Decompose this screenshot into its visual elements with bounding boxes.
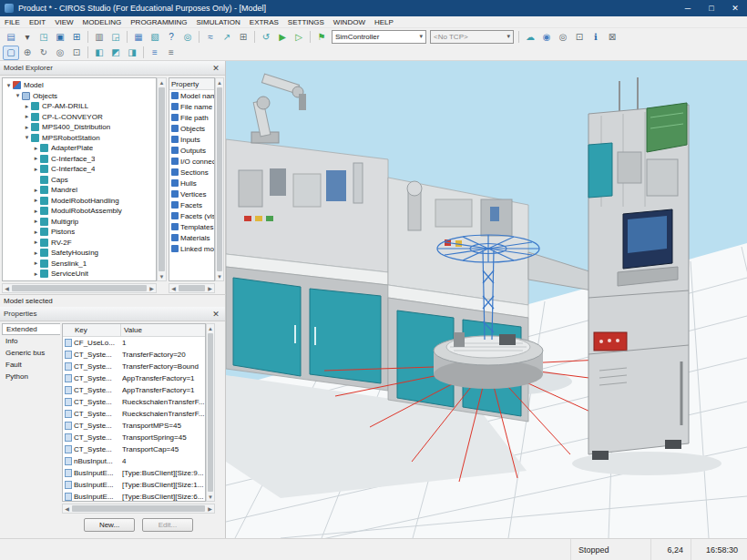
copy-view-icon[interactable]: ◲ — [107, 29, 124, 44]
camera-lock-icon[interactable]: ⊡ — [571, 29, 588, 44]
save-icon[interactable]: ▣ — [52, 29, 68, 44]
chevron-collapsed-icon[interactable]: ▸ — [32, 145, 40, 152]
view-front-icon[interactable]: ◧ — [91, 46, 107, 60]
mps-station-left[interactable] — [226, 139, 388, 391]
scroll-up-icon[interactable]: ▲ — [216, 78, 224, 87]
start-all-icon[interactable]: ⚑ — [313, 29, 330, 44]
chevron-collapsed-icon[interactable]: ▸ — [32, 155, 40, 162]
print-icon[interactable]: ▥ — [91, 29, 107, 44]
table-row[interactable]: CT_Syste...TransportCap=45 — [63, 443, 205, 455]
chevron-collapsed-icon[interactable]: ▸ — [32, 197, 40, 204]
scroll-up-icon[interactable]: ▲ — [158, 78, 166, 87]
assembly-tower[interactable] — [588, 77, 689, 460]
scroll-right-icon[interactable]: ▶ — [206, 504, 214, 513]
new-model-icon[interactable]: ▤ — [3, 29, 19, 44]
property-item-objects[interactable]: Objects — [169, 123, 214, 134]
property-item-templates[interactable]: Templates — [169, 221, 214, 232]
save-all-icon[interactable]: ⊞ — [68, 29, 85, 44]
scroll-left-icon[interactable]: ◀ — [169, 284, 178, 292]
tree-item-c-interface-3[interactable]: ▸C-Interface_3 — [3, 154, 156, 165]
chevron-collapsed-icon[interactable]: ▸ — [32, 239, 40, 246]
close-icon[interactable]: ✕ — [210, 309, 221, 320]
table-vertical-scrollbar[interactable]: ▲ ▼ — [206, 323, 215, 502]
chevron-collapsed-icon[interactable]: ▸ — [32, 229, 40, 236]
scroll-left-icon[interactable]: ◀ — [63, 504, 71, 513]
tree-item-cp-l-conveyor[interactable]: ▸CP-L-CONVEYOR — [3, 112, 156, 123]
property-item-inputs[interactable]: Inputs — [169, 134, 214, 145]
tree-item-mpsrobotstation[interactable]: ▾MPSRobotStation — [3, 133, 156, 144]
column-header-value[interactable]: Value — [121, 324, 205, 336]
table-row[interactable]: CT_Syste...AppTransferFactory=1 — [63, 372, 205, 384]
minimize-button[interactable]: ─ — [676, 0, 700, 16]
view-top-icon[interactable]: ◩ — [107, 46, 124, 60]
scroll-down-icon[interactable]: ▼ — [207, 493, 215, 501]
chevron-expanded-icon[interactable]: ▾ — [23, 134, 31, 141]
table-row[interactable]: CT_Syste...TransportSpring=45 — [63, 432, 205, 443]
tree-item-caps[interactable]: Caps — [3, 175, 156, 186]
menu-item-modeling[interactable]: MODELING — [78, 16, 127, 27]
tab-fault[interactable]: Fault — [2, 359, 60, 371]
menu-item-settings[interactable]: SETTINGS — [283, 16, 329, 27]
tree-vertical-scrollbar[interactable]: ▲ ▼ — [157, 77, 167, 281]
scroll-thumb[interactable] — [217, 87, 222, 271]
property-item-facets[interactable]: Facets — [169, 199, 214, 210]
table-row[interactable]: nBusInput...4 — [63, 455, 205, 467]
edit-button[interactable]: Edit... — [142, 518, 193, 532]
table-row[interactable]: BusInputE...[Type:BusClient][Size:1... — [63, 479, 205, 491]
maximize-button[interactable]: □ — [700, 0, 723, 16]
tree-item-rv-2f[interactable]: ▸RV-2F — [3, 238, 156, 249]
tree-item-objects[interactable]: ▾Objects — [3, 91, 156, 102]
menu-item-simulation[interactable]: SIMULATION — [192, 16, 245, 27]
property-item-sections[interactable]: Sections — [169, 167, 214, 178]
reset-simulation-icon[interactable]: ↺ — [258, 29, 274, 44]
chevron-expanded-icon[interactable]: ▾ — [5, 82, 13, 89]
tree-item-adapterplate[interactable]: ▸AdapterPlate — [3, 143, 156, 154]
chevron-collapsed-icon[interactable]: ▸ — [32, 208, 40, 215]
scroll-thumb[interactable] — [12, 285, 147, 291]
mobile-robot[interactable] — [434, 332, 543, 389]
property-item-vertices[interactable]: Vertices — [169, 188, 214, 199]
help-icon[interactable]: ? — [163, 29, 179, 44]
scroll-thumb[interactable] — [208, 333, 213, 492]
measure-icon[interactable]: ◉ — [538, 29, 555, 44]
fit-view-icon[interactable]: ⊡ — [68, 46, 85, 60]
table-row[interactable]: CT_Syste...RueckschalenTransferF... — [63, 408, 205, 420]
menu-item-help[interactable]: HELP — [370, 16, 398, 27]
table-row[interactable]: BusInputE...[Type:BusClient][Size:6... — [63, 491, 205, 502]
tree-item-c-interface-4[interactable]: ▸C-Interface_4 — [3, 164, 156, 175]
tcp-select[interactable]: <No TCP>▾ — [430, 30, 514, 44]
toggle-properties-icon[interactable]: ≡ — [163, 46, 179, 60]
property-vertical-scrollbar[interactable]: ▲ ▼ — [215, 77, 224, 281]
tree-item-safetyhousing[interactable]: ▸SafetyHousing — [3, 248, 156, 259]
open-model-icon[interactable]: ◳ — [36, 29, 52, 44]
tab-extended[interactable]: Extended — [2, 323, 60, 335]
world-info-icon[interactable]: ℹ — [588, 29, 604, 44]
scroll-down-icon[interactable]: ▼ — [216, 272, 224, 280]
chevron-collapsed-icon[interactable]: ▸ — [32, 249, 40, 257]
property-item-linked-mod[interactable]: Linked mod — [169, 243, 214, 254]
tree-item-cp-am-drill[interactable]: ▸CP-AM-DRILL — [3, 101, 156, 112]
tree-item-modulrobotassembly[interactable]: ▸ModulRobotAssembly — [3, 206, 156, 217]
tree-item-mandrel[interactable]: ▸Mandrel — [3, 185, 156, 196]
menu-item-file[interactable]: FILE — [0, 16, 25, 27]
close-button[interactable]: ✕ — [723, 0, 747, 16]
tree-item-mps400-distribution[interactable]: ▸MPS400_Distribution — [3, 122, 156, 133]
orbit-view-icon[interactable]: ◎ — [179, 29, 196, 44]
table-row[interactable]: CT_Syste...AppTransferFactory=1 — [63, 384, 205, 396]
io-monitor-icon[interactable]: ⊞ — [235, 29, 251, 44]
property-item-materials[interactable]: Materials — [169, 232, 214, 243]
tree-item-multigrip[interactable]: ▸Multigrip — [3, 217, 156, 228]
property-item-file-path[interactable]: File path — [169, 112, 214, 123]
table-row[interactable]: CT_Syste...TransferFactory=20 — [63, 349, 205, 361]
new-model-caret-icon[interactable]: ▾ — [19, 29, 36, 44]
viewport-3d-scene[interactable] — [226, 61, 747, 538]
scroll-thumb[interactable] — [159, 87, 165, 271]
tab-python[interactable]: Python — [2, 371, 60, 382]
select-mode-icon[interactable]: ▢ — [3, 46, 19, 60]
model-libraries-icon[interactable]: ▦ — [130, 29, 147, 44]
scroll-down-icon[interactable]: ▼ — [158, 272, 166, 280]
upload-model-icon[interactable]: ☁ — [522, 29, 538, 44]
scroll-thumb[interactable] — [179, 285, 205, 291]
io-connections-icon[interactable]: ⊠ — [604, 29, 620, 44]
chevron-expanded-icon[interactable]: ▾ — [14, 92, 22, 99]
